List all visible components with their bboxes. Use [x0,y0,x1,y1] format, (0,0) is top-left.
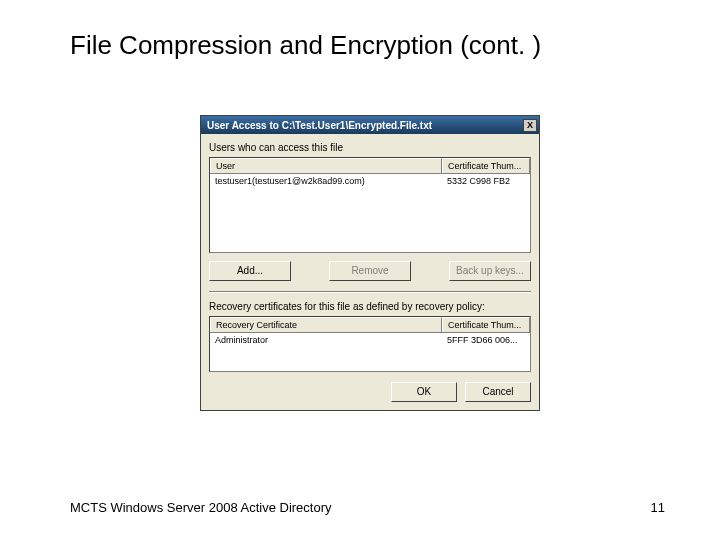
efs-user-access-dialog: User Access to C:\Test.User1\Encrypted.F… [200,115,540,411]
separator [209,291,531,293]
recovery-user-cell: Administrator [210,333,442,347]
thumb-cell: 5332 C998 FB2 [442,174,530,188]
col-recovery-cert[interactable]: Recovery Certificate [210,317,442,332]
close-icon[interactable]: X [523,119,537,132]
user-buttons-row: Add... Remove Back up keys... [209,261,531,281]
slide-title: File Compression and Encryption (cont. ) [0,0,720,61]
slide-page-number: 11 [651,500,665,515]
list-header: User Certificate Thum... [210,158,530,174]
list-item[interactable]: Administrator 5FFF 3D66 006... [210,333,530,347]
col-cert-thumb[interactable]: Certificate Thum... [442,158,530,173]
cancel-button[interactable]: Cancel [465,382,531,402]
dialog-footer-buttons: OK Cancel [209,382,531,402]
user-cell: testuser1(testuser1@w2k8ad99.com) [210,174,442,188]
add-button[interactable]: Add... [209,261,291,281]
dialog-body: Users who can access this file User Cert… [201,134,539,410]
ok-button[interactable]: OK [391,382,457,402]
recovery-label: Recovery certificates for this file as d… [209,301,531,312]
dialog-title-text: User Access to C:\Test.User1\Encrypted.F… [207,120,432,131]
users-label: Users who can access this file [209,142,531,153]
dialog-titlebar: User Access to C:\Test.User1\Encrypted.F… [201,116,539,134]
remove-button[interactable]: Remove [329,261,411,281]
recovery-thumb-cell: 5FFF 3D66 006... [442,333,530,347]
list-item[interactable]: testuser1(testuser1@w2k8ad99.com) 5332 C… [210,174,530,188]
recovery-list[interactable]: Recovery Certificate Certificate Thum...… [209,316,531,372]
list-header: Recovery Certificate Certificate Thum... [210,317,530,333]
col-user[interactable]: User [210,158,442,173]
slide-footer-text: MCTS Windows Server 2008 Active Director… [70,500,332,515]
backup-keys-button[interactable]: Back up keys... [449,261,531,281]
col-cert-thumb[interactable]: Certificate Thum... [442,317,530,332]
users-list[interactable]: User Certificate Thum... testuser1(testu… [209,157,531,253]
